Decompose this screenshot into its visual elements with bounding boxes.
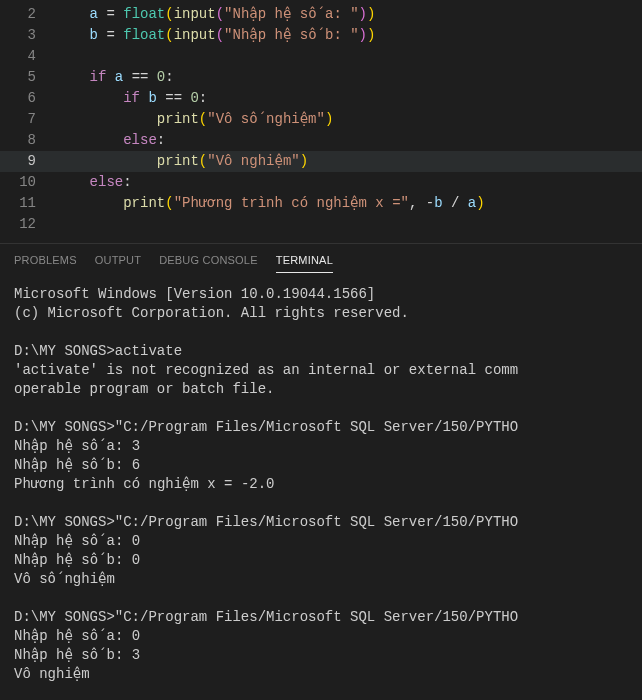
code-content[interactable]: print("Vô nghiệm") bbox=[56, 151, 642, 172]
code-content[interactable]: print("Vô số nghiệm") bbox=[56, 109, 642, 130]
line-number: 10 bbox=[0, 172, 56, 193]
terminal-line: D:\MY SONGS>activate bbox=[14, 342, 628, 361]
terminal-line: Nhập hệ số a: 0 bbox=[14, 627, 628, 646]
terminal-line: Vô nghiệm bbox=[14, 665, 628, 684]
terminal-line: Nhập hệ số b: 3 bbox=[14, 646, 628, 665]
bottom-panel: PROBLEMS OUTPUT DEBUG CONSOLE TERMINAL M… bbox=[0, 243, 642, 700]
tab-debug-console[interactable]: DEBUG CONSOLE bbox=[159, 254, 258, 273]
terminal-line: Nhập hệ số a: 0 bbox=[14, 532, 628, 551]
code-line[interactable]: 12 bbox=[0, 214, 642, 235]
code-content[interactable]: else: bbox=[56, 130, 642, 151]
terminal-line: Nhập hệ số b: 0 bbox=[14, 551, 628, 570]
terminal-line: Nhập hệ số a: 3 bbox=[14, 437, 628, 456]
code-line[interactable]: 6 if b == 0: bbox=[0, 88, 642, 109]
terminal-line bbox=[14, 399, 628, 418]
line-number: 5 bbox=[0, 67, 56, 88]
terminal-line bbox=[14, 494, 628, 513]
terminal-line bbox=[14, 589, 628, 608]
code-editor[interactable]: 2 a = float(input("Nhập hệ số a: "))3 b … bbox=[0, 0, 642, 243]
terminal-line: 'activate' is not recognized as an inter… bbox=[14, 361, 628, 380]
code-line[interactable]: 9 print("Vô nghiệm") bbox=[0, 151, 642, 172]
code-content[interactable]: if a == 0: bbox=[56, 67, 642, 88]
code-content[interactable]: b = float(input("Nhập hệ số b: ")) bbox=[56, 25, 642, 46]
code-line[interactable]: 3 b = float(input("Nhập hệ số b: ")) bbox=[0, 25, 642, 46]
code-content[interactable] bbox=[56, 214, 642, 235]
code-content[interactable]: else: bbox=[56, 172, 642, 193]
panel-tabs: PROBLEMS OUTPUT DEBUG CONSOLE TERMINAL bbox=[0, 244, 642, 279]
code-line[interactable]: 10 else: bbox=[0, 172, 642, 193]
line-number: 6 bbox=[0, 88, 56, 109]
line-number: 12 bbox=[0, 214, 56, 235]
terminal-line: D:\MY SONGS>"C:/Program Files/Microsoft … bbox=[14, 418, 628, 437]
terminal-line: D:\MY SONGS>"C:/Program Files/Microsoft … bbox=[14, 608, 628, 627]
code-content[interactable]: print("Phương trình có nghiệm x =", -b /… bbox=[56, 193, 642, 214]
terminal-line bbox=[14, 323, 628, 342]
line-number: 2 bbox=[0, 4, 56, 25]
code-content[interactable]: if b == 0: bbox=[56, 88, 642, 109]
terminal-line: Phương trình có nghiệm x = -2.0 bbox=[14, 475, 628, 494]
terminal-line: operable program or batch file. bbox=[14, 380, 628, 399]
code-line[interactable]: 4 bbox=[0, 46, 642, 67]
terminal-line: Vô số nghiệm bbox=[14, 570, 628, 589]
tab-output[interactable]: OUTPUT bbox=[95, 254, 141, 273]
tab-terminal[interactable]: TERMINAL bbox=[276, 254, 333, 273]
code-content[interactable] bbox=[56, 46, 642, 67]
line-number: 3 bbox=[0, 25, 56, 46]
line-number: 11 bbox=[0, 193, 56, 214]
terminal-line: D:\MY SONGS>"C:/Program Files/Microsoft … bbox=[14, 513, 628, 532]
line-number: 7 bbox=[0, 109, 56, 130]
code-line[interactable]: 8 else: bbox=[0, 130, 642, 151]
terminal-line: (c) Microsoft Corporation. All rights re… bbox=[14, 304, 628, 323]
code-line[interactable]: 5 if a == 0: bbox=[0, 67, 642, 88]
code-line[interactable]: 7 print("Vô số nghiệm") bbox=[0, 109, 642, 130]
tab-problems[interactable]: PROBLEMS bbox=[14, 254, 77, 273]
line-number: 8 bbox=[0, 130, 56, 151]
terminal-output[interactable]: Microsoft Windows [Version 10.0.19044.15… bbox=[0, 279, 642, 690]
line-number: 4 bbox=[0, 46, 56, 67]
terminal-line: Nhập hệ số b: 6 bbox=[14, 456, 628, 475]
line-number: 9 bbox=[0, 151, 56, 172]
code-line[interactable]: 11 print("Phương trình có nghiệm x =", -… bbox=[0, 193, 642, 214]
code-line[interactable]: 2 a = float(input("Nhập hệ số a: ")) bbox=[0, 4, 642, 25]
code-content[interactable]: a = float(input("Nhập hệ số a: ")) bbox=[56, 4, 642, 25]
terminal-line: Microsoft Windows [Version 10.0.19044.15… bbox=[14, 285, 628, 304]
